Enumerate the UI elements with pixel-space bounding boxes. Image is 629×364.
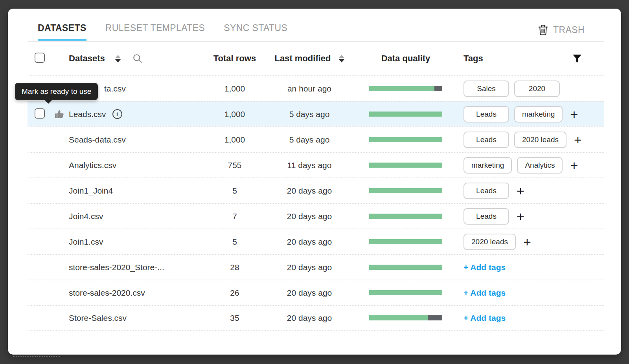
table-row[interactable]: Seads-data.csv i 1,000 5 days ago Leads2… [28, 126, 604, 152]
dataset-name[interactable]: ta.csv [104, 84, 126, 93]
total-rows-value: 755 [207, 161, 262, 170]
add-tag-plus-button[interactable]: + [570, 108, 578, 121]
tooltip-mark-ready: Mark as ready to use [15, 83, 98, 100]
tab-datasets[interactable]: DATASETS [38, 23, 86, 41]
last-modified-value: 20 days ago [262, 263, 357, 272]
tags-cell: Leads2020 leads+ [455, 132, 604, 148]
quality-bar-green [369, 188, 442, 193]
column-header-data-quality: Data quality [357, 53, 455, 64]
funnel-filter-icon[interactable] [572, 53, 583, 64]
tag-chip[interactable]: Analytics [517, 157, 563, 174]
quality-bar-green [369, 86, 434, 91]
add-tags-link[interactable]: + Add tags [463, 313, 506, 323]
dataset-name[interactable]: Join4.csv [69, 212, 103, 221]
datasets-panel: DATASETS RULESET TEMPLATES SYNC STATUS T… [8, 9, 621, 355]
thumbs-up-icon[interactable] [54, 109, 64, 119]
quality-bar-green [369, 163, 442, 168]
tags-cell: Leadsmarketing+ [455, 106, 604, 123]
table-row[interactable]: store-sales-2020_Store-... i 28 20 days … [28, 254, 604, 280]
dataset-name[interactable]: Leads.csv [69, 110, 106, 119]
last-modified-value: 11 days ago [262, 161, 357, 170]
tags-cell: + Add tags [455, 288, 604, 298]
tag-chip[interactable]: Leads [463, 106, 509, 123]
tag-chip[interactable]: Leads [463, 208, 509, 225]
tags-cell: Sales2020 [455, 80, 604, 97]
quality-bar [369, 315, 442, 320]
dataset-name[interactable]: Seads-data.csv [69, 135, 126, 145]
column-header-datasets[interactable]: Datasets [69, 53, 105, 64]
dotted-artifact [13, 356, 60, 357]
last-modified-value: 20 days ago [262, 237, 357, 247]
total-rows-value: 5 [207, 186, 262, 196]
add-tags-link[interactable]: + Add tags [463, 288, 506, 298]
quality-bar [369, 239, 442, 244]
select-all-checkbox[interactable] [35, 53, 45, 63]
dataset-name[interactable]: Store-Sales.csv [69, 313, 127, 323]
tags-cell: 2020 leads+ [455, 234, 604, 250]
dataset-name[interactable]: store-sales-2020_Store-... [69, 263, 164, 272]
table-row[interactable]: Store-Sales.csv i 35 20 days ago + Add t… [28, 305, 604, 331]
quality-bar [369, 86, 442, 91]
trash-label: TRASH [553, 25, 585, 35]
table-row[interactable]: ta.csv i 1,000 an hour ago Sales2020 [28, 75, 604, 101]
last-modified-value: 5 days ago [262, 135, 357, 145]
quality-bar [369, 188, 442, 193]
tags-cell: Leads+ [455, 208, 604, 225]
table-row[interactable]: store-sales-2020.csv i 26 20 days ago + … [28, 280, 604, 305]
tag-chip[interactable]: marketing [514, 106, 563, 123]
quality-bar [369, 214, 442, 219]
trash-button[interactable]: TRASH [538, 24, 585, 36]
column-header-last-modified[interactable]: Last modified [274, 53, 331, 64]
quality-bar [369, 112, 442, 117]
dataset-name[interactable]: Analytics.csv [69, 161, 116, 170]
tab-ruleset-templates[interactable]: RULESET TEMPLATES [105, 23, 205, 41]
tag-chip[interactable]: 2020 [514, 80, 560, 97]
column-header-total-rows[interactable]: Total rows [207, 53, 262, 64]
tag-chip[interactable]: Sales [463, 80, 509, 97]
tag-chip[interactable]: marketing [463, 157, 512, 174]
last-modified-value: 20 days ago [262, 186, 357, 196]
tag-chip[interactable]: 2020 leads [463, 234, 516, 250]
add-tags-link[interactable]: + Add tags [463, 263, 506, 272]
quality-bar [369, 290, 442, 295]
tags-cell: Leads+ [455, 183, 604, 199]
table-row[interactable]: Analytics.csv i 755 11 days ago marketin… [28, 152, 604, 177]
tag-chip[interactable]: 2020 leads [514, 132, 566, 148]
tag-chip[interactable]: Leads [463, 132, 509, 148]
tab-sync-status[interactable]: SYNC STATUS [224, 23, 287, 41]
table-row[interactable]: Join1_Join4 i 5 20 days ago Leads+ [28, 177, 604, 203]
tabs-group: DATASETS RULESET TEMPLATES SYNC STATUS [38, 23, 287, 41]
add-tag-plus-button[interactable]: + [517, 184, 524, 198]
sort-arrows-icon[interactable] [115, 55, 121, 62]
add-tag-plus-button[interactable]: + [574, 133, 582, 146]
add-tag-plus-button[interactable]: + [523, 235, 531, 249]
dataset-name[interactable]: Join1_Join4 [69, 186, 113, 196]
last-modified-value: 5 days ago [262, 110, 357, 119]
total-rows-value: 1,000 [207, 135, 262, 145]
add-tag-plus-button[interactable]: + [570, 159, 578, 172]
table-row[interactable]: Join1.csv i 5 20 days ago 2020 leads+ [28, 229, 604, 254]
total-rows-value: 35 [207, 313, 262, 323]
tag-chip[interactable]: Leads [463, 183, 509, 199]
quality-bar [369, 137, 442, 142]
sort-arrows-icon[interactable] [339, 55, 344, 62]
info-icon[interactable]: i [112, 109, 122, 119]
magnifier-search-icon[interactable] [132, 53, 143, 64]
table-body: ta.csv i 1,000 an hour ago Sales2020 Lea… [8, 75, 621, 331]
trash-icon [538, 24, 548, 36]
table-row[interactable]: Join4.csv i 7 20 days ago Leads+ [28, 203, 604, 229]
quality-bar-green [369, 112, 442, 117]
column-header-tags: Tags [463, 53, 483, 64]
table-row[interactable]: Leads.csv i 1,000 5 days ago Leadsmarket… [28, 101, 604, 126]
tooltip-text: Mark as ready to use [22, 87, 91, 95]
row-checkbox[interactable] [35, 108, 45, 119]
quality-bar-gray [434, 86, 442, 91]
dataset-name[interactable]: store-sales-2020.csv [69, 288, 145, 298]
quality-bar-green [369, 265, 442, 270]
dataset-name[interactable]: Join1.csv [69, 237, 103, 247]
add-tag-plus-button[interactable]: + [517, 210, 524, 223]
last-modified-value: 20 days ago [262, 313, 357, 323]
last-modified-value: 20 days ago [262, 212, 357, 221]
quality-bar-green [369, 315, 428, 320]
quality-bar-green [369, 137, 442, 142]
